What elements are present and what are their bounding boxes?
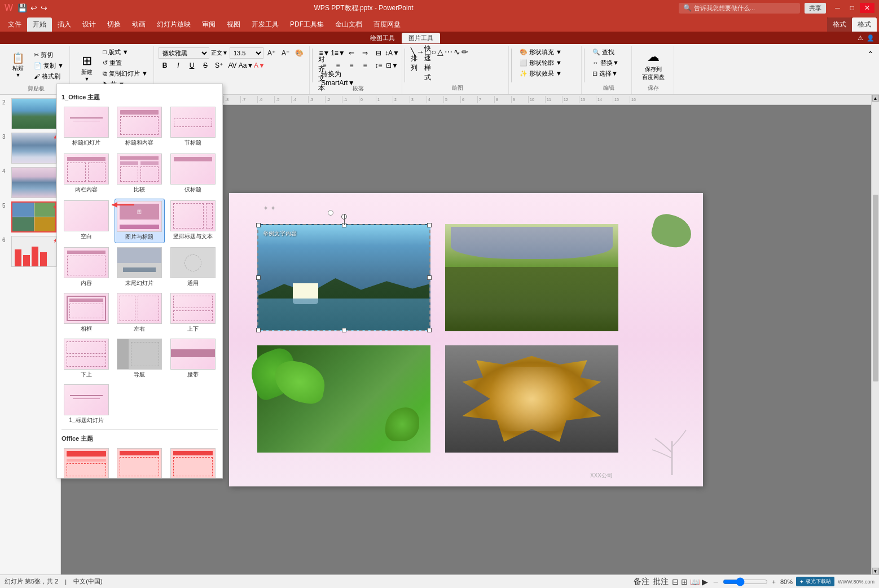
layout-frame[interactable]: 相框	[61, 291, 111, 335]
underline-btn[interactable]: U	[186, 60, 198, 71]
scroll-up-btn[interactable]: ▲	[872, 95, 879, 102]
tab-insert[interactable]: 插入	[52, 17, 77, 32]
handle-bl[interactable]	[256, 328, 261, 332]
font-family-select[interactable]: 微软雅黑	[159, 47, 209, 59]
tab-design[interactable]: 设计	[77, 17, 102, 32]
decrease-indent-btn[interactable]: ⇐	[345, 47, 358, 59]
search-box[interactable]: 🔍 告诉我您想要做什么...	[679, 3, 800, 14]
share-btn[interactable]: 共享	[805, 3, 826, 14]
reset-btn[interactable]: ↺ 重置	[100, 58, 150, 68]
curve-shape[interactable]: ∿	[454, 47, 460, 56]
layout-sash[interactable]: 腰带	[168, 337, 218, 380]
tool-tab-draw[interactable]: 绘图工具	[363, 33, 402, 43]
layout-content[interactable]: 内容	[61, 245, 111, 289]
font-size-increase-btn[interactable]: A⁺	[265, 47, 278, 59]
font-size-select[interactable]: 13.5	[230, 47, 263, 59]
zoom-out-btn[interactable]: ─	[711, 578, 720, 585]
slide-thumb-2[interactable]: 2	[2, 98, 58, 129]
line-spacing-btn[interactable]: ↕≡	[372, 60, 385, 71]
slide-sorter-btn[interactable]: ⊞	[681, 577, 688, 586]
layout-nav[interactable]: 导航	[115, 337, 164, 380]
layout-title-slide[interactable]: 标题幻灯片	[61, 105, 111, 148]
justify-btn[interactable]: ≡	[359, 60, 371, 71]
tab-format2[interactable]: 格式	[852, 17, 877, 32]
layout-last-slide[interactable]: 末尾幻灯片	[115, 245, 164, 289]
char-spacing-btn[interactable]: AV	[226, 60, 239, 71]
align-vertical-btn[interactable]: ⊡▼	[386, 60, 398, 71]
layout-vert[interactable]: 竖排标题与文本	[168, 199, 218, 243]
shape-effect-btn[interactable]: ✨ 形状效果 ▼	[517, 69, 564, 78]
undo-btn[interactable]: ↩	[29, 2, 38, 14]
layout-tb[interactable]: 上下	[168, 291, 218, 335]
layout-title-only[interactable]: 仅标题	[168, 152, 218, 195]
layout-bt[interactable]: 下上	[61, 337, 111, 380]
slide-layout-panel[interactable]: 1_Office 主题 标题幻灯片 标题和内容 节标题	[56, 84, 223, 479]
more-shapes[interactable]: ⋯	[445, 47, 452, 56]
scroll-thumb[interactable]	[873, 195, 878, 381]
copy-slide-btn[interactable]: ⧉ 复制幻灯片 ▼	[100, 69, 150, 78]
triangle-shape[interactable]: △	[437, 47, 443, 56]
copy-btn[interactable]: 📄 复制 ▼	[32, 61, 66, 71]
cut-btn[interactable]: ✂ 剪切	[32, 50, 66, 60]
tab-pdf[interactable]: PDF工具集	[284, 17, 329, 32]
strikethrough-btn[interactable]: S	[199, 60, 212, 71]
tab-format1[interactable]: 格式	[827, 17, 852, 32]
slide-thumb-3[interactable]: 3 ★	[2, 133, 58, 164]
select-btn[interactable]: ⊡ 选择▼	[590, 69, 621, 78]
layout-compare[interactable]: 比较	[115, 152, 164, 195]
font-color-pick-btn[interactable]: 🎨	[293, 47, 306, 59]
slide-content[interactable]: ✦ ✦ 举例文字内容	[229, 193, 703, 486]
vertical-scrollbar[interactable]: ▲ ▼	[871, 95, 879, 574]
layout-office-3[interactable]: 节标题颁	[168, 446, 218, 479]
layout-section-header[interactable]: 节标题	[168, 105, 218, 148]
find-btn[interactable]: 🔍 查找	[590, 47, 621, 57]
layout-office-2[interactable]: 标题和内容	[115, 446, 164, 479]
zoom-slider[interactable]	[723, 577, 768, 586]
minimize-btn[interactable]: ─	[830, 3, 845, 13]
handle-br[interactable]	[427, 328, 432, 332]
tab-wps[interactable]: 金山文档	[329, 17, 368, 32]
photo-2[interactable]	[445, 224, 618, 331]
slide-thumb-5[interactable]: 5 ★	[2, 201, 58, 232]
tab-slideshow[interactable]: 幻灯片放映	[151, 17, 196, 32]
tab-baidu[interactable]: 百度网盘	[368, 17, 406, 32]
slide-navigator[interactable]: 2 3 ★ 4 5	[0, 95, 61, 574]
tab-transition[interactable]: 切换	[102, 17, 126, 32]
tab-home[interactable]: 开始	[27, 17, 52, 32]
photo-4[interactable]	[445, 345, 618, 453]
font-color-btn[interactable]: A▼	[253, 60, 266, 71]
tab-view[interactable]: 视图	[221, 17, 246, 32]
tool-tab-picture[interactable]: 图片工具	[402, 33, 440, 43]
layout-title-slide-1[interactable]: 1_标题幻灯片	[61, 383, 111, 426]
zoom-in-btn[interactable]: +	[770, 578, 778, 585]
tab-file[interactable]: 文件	[2, 17, 27, 32]
scroll-track[interactable]	[872, 102, 879, 568]
bold-btn[interactable]: B	[159, 60, 171, 71]
handle-tl[interactable]	[256, 223, 261, 227]
freehand-shape[interactable]: ✏	[462, 47, 468, 56]
italic-btn[interactable]: I	[172, 60, 184, 71]
layout-lr[interactable]: 左右	[115, 291, 164, 335]
tab-review[interactable]: 审阅	[196, 17, 221, 32]
layout-general[interactable]: 通用	[168, 245, 218, 289]
collapse-ribbon-btn[interactable]: ⌃	[864, 49, 877, 60]
increase-indent-btn[interactable]: ⇒	[359, 47, 371, 59]
font-size-decrease-btn[interactable]: A⁻	[279, 47, 292, 59]
photo-1[interactable]: 举例文字内容	[257, 224, 430, 331]
handle-ml[interactable]	[256, 275, 261, 280]
font-case-btn[interactable]: Aa▼	[240, 60, 252, 71]
layout-btn[interactable]: □ 版式 ▼	[100, 47, 150, 57]
slideshow-btn[interactable]: ▶	[702, 577, 708, 586]
handle-mr[interactable]	[427, 275, 432, 280]
reading-view-btn[interactable]: 📖	[690, 577, 700, 586]
layout-pic-title[interactable]: 图 图片与标题	[115, 199, 164, 243]
arrange-btn[interactable]: 排列	[411, 58, 423, 69]
quick-style-btn[interactable]: 快速样式	[424, 58, 437, 69]
numbering-btn[interactable]: 1≡▼	[332, 47, 344, 59]
slide-thumb-4[interactable]: 4	[2, 167, 58, 198]
restore-btn[interactable]: □	[846, 3, 859, 13]
tab-devtools[interactable]: 开发工具	[246, 17, 284, 32]
redo-btn[interactable]: ↪	[39, 2, 49, 14]
shape-outline-btn[interactable]: ⬜ 形状轮廓 ▼	[517, 58, 564, 68]
layout-office-1[interactable]: 标题幻灯片	[61, 446, 111, 479]
